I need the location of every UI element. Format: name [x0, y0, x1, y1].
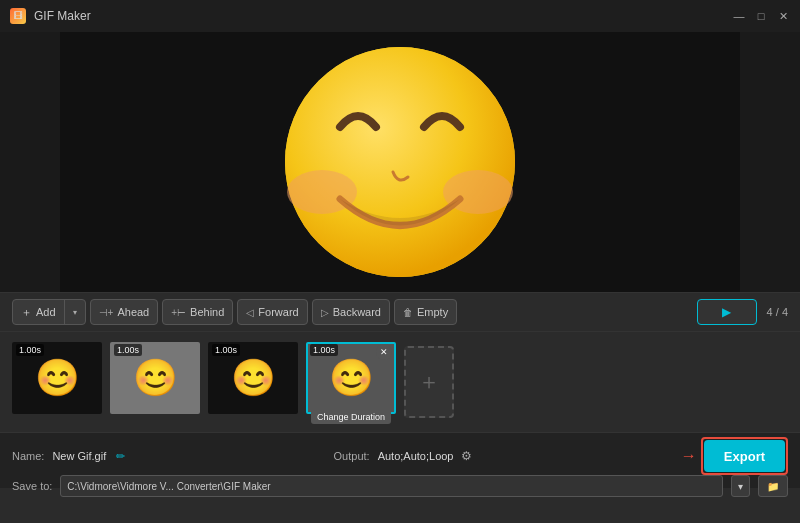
svg-point-1 [285, 47, 515, 277]
behind-label: Behind [190, 306, 224, 318]
frame-2-duration: 1.00s [114, 344, 142, 356]
window-controls: — □ ✕ [732, 9, 790, 23]
behind-icon: +⊢ [171, 307, 186, 318]
folder-icon: 📁 [767, 481, 779, 492]
ahead-icon: ⊣+ [99, 307, 114, 318]
name-label: Name: [12, 450, 44, 462]
add-frame-icon: ＋ [418, 367, 440, 397]
backward-button[interactable]: ▷ Backward [312, 299, 390, 325]
name-edit-icon[interactable]: ✏ [116, 450, 125, 463]
name-value: New Gif.gif [52, 450, 106, 462]
save-to-label: Save to: [12, 480, 52, 492]
maximize-button[interactable]: □ [754, 9, 768, 23]
export-wrapper: → Export [681, 437, 788, 475]
chevron-down-icon: ▾ [738, 481, 743, 492]
frame-3[interactable]: 1.00s 😊 [208, 342, 298, 422]
play-icon: ▶ [722, 305, 731, 319]
close-button[interactable]: ✕ [776, 9, 790, 23]
frame-4-close-button[interactable]: ✕ [376, 344, 392, 360]
add-label: Add [36, 306, 56, 318]
save-to-field: C:\Vidmore\Vidmore V... Converter\GIF Ma… [60, 475, 723, 497]
frame-2[interactable]: 1.00s 😊 [110, 342, 200, 422]
save-to-value: C:\Vidmore\Vidmore V... Converter\GIF Ma… [67, 481, 270, 492]
add-dropdown-button[interactable]: ▾ [65, 300, 85, 324]
bottom-row-2: Save to: C:\Vidmore\Vidmore V... Convert… [12, 475, 788, 497]
title-bar: 🎞 GIF Maker — □ ✕ [0, 0, 800, 32]
bottom-bar: Name: New Gif.gif ✏ Output: Auto;Auto;Lo… [0, 432, 800, 488]
frame-4[interactable]: 1.00s 😊 ✕ Change Duration [306, 342, 396, 422]
frame-3-emoji: 😊 [231, 360, 276, 396]
export-button-box: Export [701, 437, 788, 475]
timeline-area: 1.00s 😊 1.00s 😊 1.00s 😊 1.00s 😊 ✕ Change… [0, 332, 800, 432]
frame-3-duration: 1.00s [212, 344, 240, 356]
add-main-button[interactable]: ＋ Add [13, 300, 65, 324]
frame-4-emoji: 😊 [329, 360, 374, 396]
forward-label: Forward [258, 306, 298, 318]
preview-area [0, 32, 800, 292]
frame-4-duration: 1.00s [310, 344, 338, 356]
bottom-row-1: Name: New Gif.gif ✏ Output: Auto;Auto;Lo… [12, 437, 788, 475]
export-button[interactable]: Export [704, 440, 785, 472]
add-button-group[interactable]: ＋ Add ▾ [12, 299, 86, 325]
frame-1-emoji: 😊 [35, 360, 80, 396]
output-gear-icon[interactable]: ⚙ [461, 449, 472, 463]
emoji-svg [250, 37, 550, 287]
play-button[interactable]: ▶ [697, 299, 757, 325]
plus-icon: ＋ [21, 305, 32, 320]
behind-button[interactable]: +⊢ Behind [162, 299, 233, 325]
ahead-button[interactable]: ⊣+ Ahead [90, 299, 159, 325]
backward-label: Backward [333, 306, 381, 318]
title-bar-left: 🎞 GIF Maker [10, 8, 91, 24]
forward-button[interactable]: ◁ Forward [237, 299, 307, 325]
frame-count: 4 / 4 [767, 306, 788, 318]
browse-button[interactable]: 📁 [758, 475, 788, 497]
forward-icon: ◁ [246, 307, 254, 318]
save-to-dropdown[interactable]: ▾ [731, 475, 750, 497]
change-duration-tooltip[interactable]: Change Duration [311, 410, 391, 424]
emoji-preview [60, 32, 740, 292]
frame-1[interactable]: 1.00s 😊 [12, 342, 102, 422]
empty-label: Empty [417, 306, 448, 318]
frame-2-emoji: 😊 [133, 360, 178, 396]
app-title: GIF Maker [34, 9, 91, 23]
export-arrow-icon: → [681, 447, 697, 465]
empty-button[interactable]: 🗑 Empty [394, 299, 457, 325]
toolbar: ＋ Add ▾ ⊣+ Ahead +⊢ Behind ◁ Forward ▷ B… [0, 292, 800, 332]
ahead-label: Ahead [117, 306, 149, 318]
output-label: Output: [334, 450, 370, 462]
app-icon: 🎞 [10, 8, 26, 24]
minimize-button[interactable]: — [732, 9, 746, 23]
trash-icon: 🗑 [403, 307, 413, 318]
frame-1-duration: 1.00s [16, 344, 44, 356]
output-value: Auto;Auto;Loop [378, 450, 454, 462]
backward-icon: ▷ [321, 307, 329, 318]
add-frame-button[interactable]: ＋ [404, 346, 454, 418]
